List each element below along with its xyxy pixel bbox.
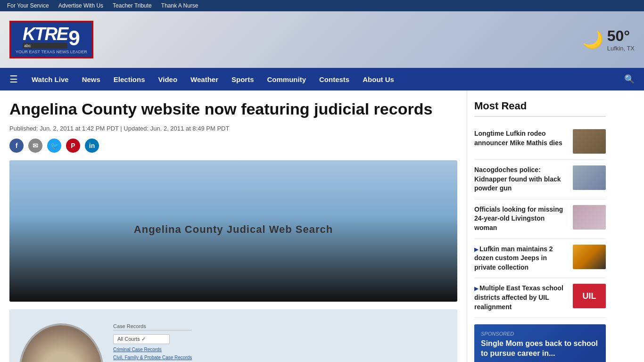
nav-link-watch-live[interactable]: Watch Live	[25, 69, 75, 90]
nav-link-weather[interactable]: Weather	[184, 69, 225, 90]
sidebar-articles: Longtime Lufkin rodeo announcer Mike Mat…	[474, 123, 606, 318]
sponsored-box[interactable]: SPONSORED Single Mom goes back to school…	[474, 324, 606, 362]
sidebar-article-item[interactable]: Nacogdoches police: Kidnapper found with…	[474, 160, 606, 199]
weather-icon: 🌙	[582, 30, 603, 49]
article-title: Angelina County website now featuring ju…	[9, 100, 457, 118]
image-caption: Angelina County Judical Web Search	[134, 223, 333, 236]
weather-temperature: 50°	[607, 27, 635, 45]
nav-link-contests[interactable]: Contests	[313, 69, 356, 90]
weather-location: Lufkin, TX	[607, 45, 635, 52]
main-container: Angelina County website now featuring ju…	[0, 90, 644, 362]
utility-bar: For Your ServiceAdvertise With UsTeacher…	[0, 0, 644, 11]
ss-courts-dropdown[interactable]: All Courts ✓	[113, 334, 170, 344]
logo-ktre: KTRE	[23, 25, 67, 43]
search-icon[interactable]: 🔍	[619, 69, 639, 89]
linkedin-icon[interactable]: in	[85, 139, 99, 153]
logo-tagline: YOUR EAST TEXAS NEWS LEADER	[16, 49, 87, 54]
screenshot-sim: ANGELINA COUNTY Case Records All Courts …	[9, 309, 457, 362]
sidebar-article-title: Officials looking for missing 24-year-ol…	[474, 205, 568, 233]
social-icons: f✉🐦Pin	[9, 139, 457, 153]
logo-number: 9	[68, 28, 80, 49]
sidebar-article-title: Multiple East Texas school districts aff…	[474, 284, 568, 312]
sidebar-article-item[interactable]: Multiple East Texas school districts aff…	[474, 278, 606, 318]
email-icon[interactable]: ✉	[28, 139, 42, 153]
logo-box[interactable]: KTRE abc 9 YOUR EAST TEXAS NEWS LEADER	[9, 21, 93, 58]
sidebar: Most Read Longtime Lufkin rodeo announce…	[467, 90, 613, 362]
sidebar-article-img-0	[573, 129, 606, 154]
nav-links: Watch LiveNewsElectionsVideoWeatherSport…	[25, 69, 619, 90]
pinterest-icon[interactable]: P	[66, 139, 80, 153]
sidebar-article-title: Lufkin man maintains 2 dozen custom Jeep…	[474, 245, 568, 272]
nav-link-video[interactable]: Video	[152, 69, 184, 90]
twitter-icon[interactable]: 🐦	[47, 139, 61, 153]
sponsored-title: Single Mom goes back to school to pursue…	[481, 339, 599, 359]
nav-link-community[interactable]: Community	[261, 69, 313, 90]
sidebar-article-title: Longtime Lufkin rodeo announcer Mike Mat…	[474, 129, 568, 154]
utility-link-teacher-tribute[interactable]: Teacher Tribute	[113, 2, 152, 9]
sidebar-article-title: Nacogdoches police: Kidnapper found with…	[474, 165, 568, 193]
sidebar-article-img-4: UIL	[573, 284, 606, 308]
facebook-icon[interactable]: f	[9, 139, 24, 153]
ss-link-civil[interactable]: Civil, Family & Probate Case Records	[113, 355, 192, 360]
article-image-main: Angelina County Judical Web Search	[9, 160, 457, 302]
article-area: Angelina County website now featuring ju…	[0, 90, 467, 362]
article-image-secondary: ANGELINA COUNTY Case Records All Courts …	[9, 309, 457, 362]
sidebar-article-item[interactable]: Lufkin man maintains 2 dozen custom Jeep…	[474, 239, 606, 279]
sponsored-label: SPONSORED	[481, 331, 599, 337]
hamburger-button[interactable]: ☰	[5, 69, 23, 90]
weather-widget: 🌙 50° Lufkin, TX	[582, 27, 635, 52]
sidebar-article-img-3	[573, 245, 606, 269]
logo-area: KTRE abc 9 YOUR EAST TEXAS NEWS LEADER	[9, 21, 93, 58]
utility-link-thank-a-nurse[interactable]: Thank A Nurse	[161, 2, 198, 9]
utility-link-advertise[interactable]: Advertise With Us	[58, 2, 103, 9]
nav-link-elections[interactable]: Elections	[107, 69, 152, 90]
navbar: ☰ Watch LiveNewsElectionsVideoWeatherSpo…	[0, 68, 644, 90]
sidebar-article-img-2	[573, 205, 606, 230]
updated-date: Updated: Jun. 2, 2011 at 8:49 PM PDT	[124, 125, 229, 132]
header: KTRE abc 9 YOUR EAST TEXAS NEWS LEADER 🌙…	[0, 11, 644, 68]
nav-link-news[interactable]: News	[75, 69, 107, 90]
sidebar-article-img-1	[573, 165, 606, 190]
sidebar-article-item[interactable]: Longtime Lufkin rodeo announcer Mike Mat…	[474, 123, 606, 160]
most-read-heading: Most Read	[474, 100, 606, 117]
county-seal: ANGELINA COUNTY	[19, 323, 104, 362]
nav-link-about-us[interactable]: About Us	[356, 69, 401, 90]
article-meta: Published: Jun. 2, 2011 at 1:42 PM PDT |…	[9, 125, 457, 132]
ss-section-case: Case Records	[113, 323, 192, 330]
published-date: Published: Jun. 2, 2011 at 1:42 PM PDT	[9, 125, 119, 132]
ss-link-criminal[interactable]: Criminal Case Records	[113, 347, 192, 352]
nav-link-sports[interactable]: Sports	[225, 69, 261, 90]
sidebar-article-item[interactable]: Officials looking for missing 24-year-ol…	[474, 199, 606, 239]
utility-link-for-your-service[interactable]: For Your Service	[7, 2, 49, 9]
screenshot-right: Case Records All Courts ✓ Criminal Case …	[113, 319, 192, 362]
